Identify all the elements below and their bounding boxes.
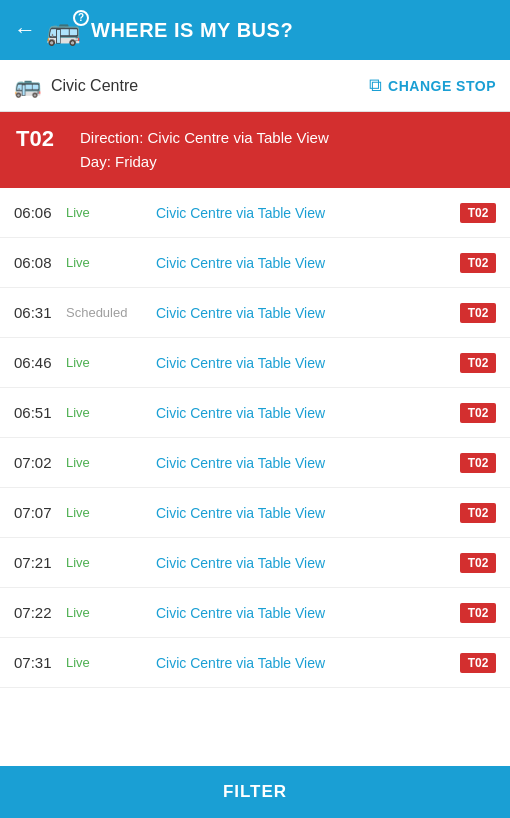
route-badge-large: T02 — [16, 126, 66, 152]
bus-destination: Civic Centre via Table View — [156, 205, 460, 221]
bus-time: 07:02 — [14, 454, 66, 471]
bus-row[interactable]: 07:22LiveCivic Centre via Table ViewT02 — [0, 588, 510, 638]
bus-destination: Civic Centre via Table View — [156, 305, 460, 321]
bus-row[interactable]: 07:02LiveCivic Centre via Table ViewT02 — [0, 438, 510, 488]
bus-destination: Civic Centre via Table View — [156, 255, 460, 271]
bus-destination: Civic Centre via Table View — [156, 655, 460, 671]
bus-row[interactable]: 06:31ScheduledCivic Centre via Table Vie… — [0, 288, 510, 338]
change-stop-label: CHANGE STOP — [388, 78, 496, 94]
bus-time: 06:06 — [14, 204, 66, 221]
filter-label: FILTER — [223, 782, 287, 802]
stop-name: Civic Centre — [51, 77, 138, 95]
help-badge[interactable]: ? — [73, 10, 89, 26]
bus-row[interactable]: 06:06LiveCivic Centre via Table ViewT02 — [0, 188, 510, 238]
stop-bar: 🚌 Civic Centre ⧉ CHANGE STOP — [0, 60, 510, 112]
bus-status: Scheduled — [66, 305, 156, 320]
change-stop-button[interactable]: ⧉ CHANGE STOP — [369, 75, 496, 96]
bus-status: Live — [66, 355, 156, 370]
bus-status: Live — [66, 455, 156, 470]
bus-time: 06:46 — [14, 354, 66, 371]
route-badge: T02 — [460, 353, 496, 373]
route-badge: T02 — [460, 203, 496, 223]
route-badge: T02 — [460, 503, 496, 523]
bus-status: Live — [66, 405, 156, 420]
bus-row[interactable]: 07:21LiveCivic Centre via Table ViewT02 — [0, 538, 510, 588]
bus-status: Live — [66, 205, 156, 220]
bus-destination: Civic Centre via Table View — [156, 505, 460, 521]
bus-time: 06:31 — [14, 304, 66, 321]
bus-time: 06:08 — [14, 254, 66, 271]
bus-row[interactable]: 06:46LiveCivic Centre via Table ViewT02 — [0, 338, 510, 388]
filter-bar[interactable]: FILTER — [0, 766, 510, 818]
route-badge: T02 — [460, 453, 496, 473]
route-badge: T02 — [460, 603, 496, 623]
bus-status: Live — [66, 255, 156, 270]
bus-row[interactable]: 07:07LiveCivic Centre via Table ViewT02 — [0, 488, 510, 538]
route-day: Day: Friday — [80, 150, 329, 174]
stop-icon: 🚌 — [14, 73, 41, 99]
bus-row[interactable]: 06:08LiveCivic Centre via Table ViewT02 — [0, 238, 510, 288]
bus-destination: Civic Centre via Table View — [156, 455, 460, 471]
bus-status: Live — [66, 505, 156, 520]
bus-time: 07:31 — [14, 654, 66, 671]
bus-time: 07:07 — [14, 504, 66, 521]
route-badge: T02 — [460, 303, 496, 323]
route-badge: T02 — [460, 553, 496, 573]
bus-status: Live — [66, 555, 156, 570]
route-header: T02 Direction: Civic Centre via Table Vi… — [0, 112, 510, 188]
bus-row[interactable]: 06:51LiveCivic Centre via Table ViewT02 — [0, 388, 510, 438]
app-title: WHERE IS MY BUS? — [91, 19, 293, 42]
app-header: ← 🚌 ? WHERE IS MY BUS? — [0, 0, 510, 60]
bus-status: Live — [66, 605, 156, 620]
stop-bar-left: 🚌 Civic Centre — [14, 73, 369, 99]
bus-destination: Civic Centre via Table View — [156, 605, 460, 621]
bus-list: 06:06LiveCivic Centre via Table ViewT020… — [0, 188, 510, 774]
bus-row[interactable]: 07:31LiveCivic Centre via Table ViewT02 — [0, 638, 510, 688]
route-direction: Direction: Civic Centre via Table View — [80, 126, 329, 150]
bus-time: 06:51 — [14, 404, 66, 421]
route-badge: T02 — [460, 253, 496, 273]
route-badge: T02 — [460, 403, 496, 423]
bus-destination: Civic Centre via Table View — [156, 405, 460, 421]
bus-time: 07:22 — [14, 604, 66, 621]
back-button[interactable]: ← — [14, 17, 36, 43]
route-badge: T02 — [460, 653, 496, 673]
bus-time: 07:21 — [14, 554, 66, 571]
bus-status: Live — [66, 655, 156, 670]
change-stop-icon: ⧉ — [369, 75, 382, 96]
route-info: Direction: Civic Centre via Table View D… — [80, 126, 329, 174]
bus-destination: Civic Centre via Table View — [156, 555, 460, 571]
bus-icon-wrap: 🚌 ? — [46, 14, 81, 47]
bus-destination: Civic Centre via Table View — [156, 355, 460, 371]
